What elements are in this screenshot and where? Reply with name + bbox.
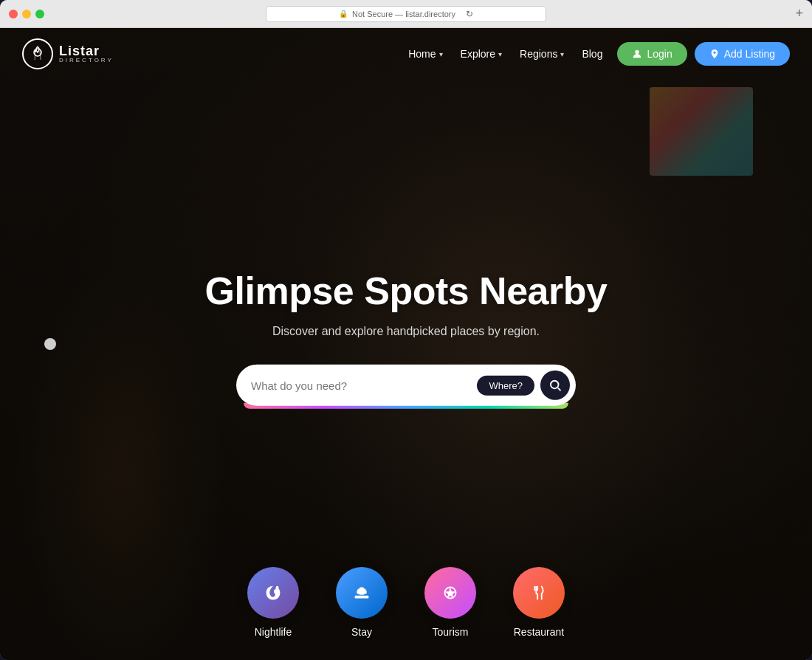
refresh-icon[interactable]: ↻ [466, 9, 473, 19]
nightlife-label: Nightlife [255, 626, 292, 638]
lock-icon: 🔒 [339, 10, 348, 18]
nav-explore[interactable]: Explore ▾ [461, 48, 502, 60]
restaurant-icon-wrap [513, 567, 565, 619]
maximize-button[interactable] [35, 10, 44, 18]
where-badge[interactable]: Where? [477, 375, 534, 395]
logo-icon [22, 38, 53, 69]
nav-home[interactable]: Home ▾ [408, 48, 442, 60]
minimize-button[interactable] [22, 10, 31, 18]
nav-links: Home ▾ Explore ▾ Regions ▾ Blog [408, 48, 602, 60]
slide-indicator[interactable] [44, 338, 56, 350]
restaurant-icon [528, 582, 550, 604]
svg-point-1 [35, 50, 37, 52]
svg-point-5 [276, 586, 279, 589]
category-tourism[interactable]: Tourism [424, 567, 476, 638]
svg-point-2 [636, 50, 639, 54]
search-icon [548, 379, 562, 392]
location-icon [709, 49, 720, 59]
hero-section: Listar DIRECTORY Home ▾ Explore ▾ Region… [0, 28, 812, 660]
home-chevron: ▾ [439, 50, 443, 58]
logo-subtext: DIRECTORY [59, 58, 114, 63]
categories-row: Nightlife [247, 567, 565, 638]
close-button[interactable] [9, 10, 18, 18]
svg-rect-6 [355, 596, 369, 599]
nav-blog[interactable]: Blog [582, 48, 602, 60]
nav-buttons: Login Add Listing [617, 42, 790, 66]
tourism-icon [439, 582, 461, 604]
search-button[interactable] [540, 371, 570, 400]
logo[interactable]: Listar DIRECTORY [22, 38, 114, 69]
stay-label: Stay [351, 626, 372, 638]
login-button[interactable]: Login [617, 42, 687, 66]
browser-window: 🔒 Not Secure — listar.directory ↻ + [0, 0, 812, 660]
logo-svg [29, 45, 47, 63]
category-restaurant[interactable]: Restaurant [513, 567, 565, 638]
add-listing-button[interactable]: Add Listing [695, 42, 790, 66]
browser-content: Listar DIRECTORY Home ▾ Explore ▾ Region… [0, 28, 812, 660]
hero-content: Glimpse Spots Nearby Discover and explor… [148, 269, 664, 406]
svg-line-4 [558, 388, 561, 391]
nav-regions[interactable]: Regions ▾ [520, 48, 564, 60]
address-bar[interactable]: 🔒 Not Secure — listar.directory ↻ [266, 6, 546, 22]
new-tab-button[interactable]: + [795, 6, 803, 21]
logo-text: Listar DIRECTORY [59, 44, 114, 63]
search-bar: Where? [236, 365, 576, 406]
restaurant-label: Restaurant [514, 626, 564, 638]
stay-icon-wrap [336, 567, 388, 619]
title-bar: 🔒 Not Secure — listar.directory ↻ + [0, 0, 812, 28]
traffic-lights [9, 10, 44, 18]
search-container: Where? [236, 365, 576, 406]
category-stay[interactable]: Stay [336, 567, 388, 638]
explore-chevron: ▾ [498, 50, 502, 58]
hero-title: Glimpse Spots Nearby [148, 269, 664, 313]
svg-rect-8 [359, 588, 364, 589]
svg-point-9 [357, 592, 359, 594]
tourism-icon-wrap [424, 567, 476, 619]
hero-subtitle: Discover and explore handpicked places b… [148, 325, 664, 338]
regions-chevron: ▾ [560, 50, 564, 58]
logo-name: Listar [59, 44, 114, 58]
nightlife-icon [262, 582, 284, 604]
svg-point-3 [551, 381, 559, 389]
tourism-label: Tourism [432, 626, 468, 638]
svg-point-10 [361, 591, 363, 593]
navbar: Listar DIRECTORY Home ▾ Explore ▾ Region… [0, 28, 812, 80]
nightlife-icon-wrap [247, 567, 299, 619]
category-nightlife[interactable]: Nightlife [247, 567, 299, 638]
svg-point-11 [365, 592, 367, 594]
search-input[interactable] [251, 379, 477, 391]
login-icon [632, 49, 642, 59]
stay-icon [351, 582, 373, 604]
url-text: Not Secure — listar.directory [352, 10, 455, 18]
